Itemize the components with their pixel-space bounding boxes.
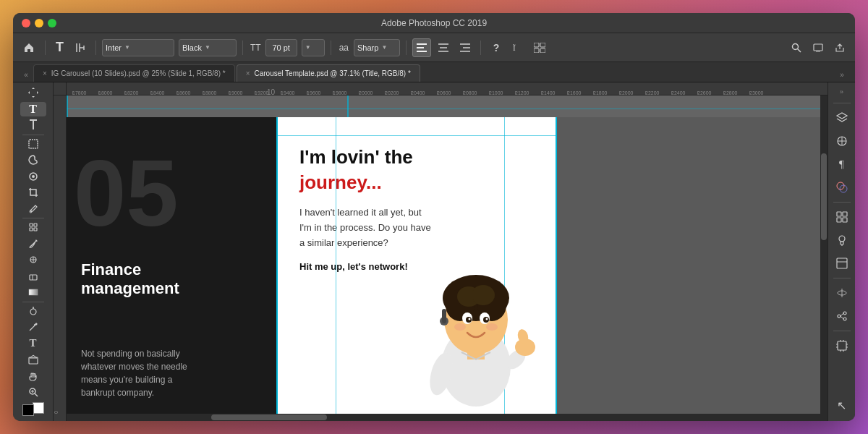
ruler-tick: 19600 xyxy=(307,90,333,95)
svg-point-57 xyxy=(454,323,466,331)
text-orient-button[interactable] xyxy=(71,38,90,58)
slide-title-line2: management xyxy=(81,279,269,298)
ruler-tick: 22000 xyxy=(619,90,645,95)
tab-carousel-template[interactable]: × Carousel Template.psd @ 37.1% (Title, … xyxy=(237,64,420,82)
move-tool[interactable] xyxy=(20,85,46,101)
layers-panel-button[interactable] xyxy=(832,108,852,128)
svg-point-56 xyxy=(486,318,488,320)
font-family-label: Inter xyxy=(106,43,122,52)
svg-rect-70 xyxy=(837,212,841,216)
background-color[interactable] xyxy=(33,402,44,414)
left-sep-2 xyxy=(22,218,44,218)
font-size-unit[interactable]: ▼ xyxy=(302,39,325,56)
canvas-area: 17800 18000 18200 18400 18600 18800 1900… xyxy=(54,82,827,421)
paragraph-panel-button[interactable]: ¶ xyxy=(832,154,852,174)
timeline-panel-button[interactable] xyxy=(832,306,852,326)
svg-rect-4 xyxy=(440,47,447,48)
svg-rect-11 xyxy=(540,43,545,47)
minimize-button[interactable] xyxy=(35,19,43,27)
brush-tool[interactable] xyxy=(20,236,46,251)
scrollbar-vertical[interactable] xyxy=(820,95,827,414)
warp-text-button[interactable]: ? xyxy=(487,38,506,57)
antialiasing-value: Sharp xyxy=(357,43,378,52)
ruler-tick: 19400 xyxy=(281,90,307,95)
svg-text:Ĩ: Ĩ xyxy=(513,43,516,52)
clone-stamp-tool[interactable] xyxy=(20,252,46,268)
home-button[interactable] xyxy=(19,38,39,58)
toolbar-sep-6 xyxy=(480,41,481,55)
svg-rect-26 xyxy=(30,228,33,231)
glyphs-button[interactable] xyxy=(530,38,549,57)
search-button[interactable] xyxy=(787,38,806,57)
character-illustration xyxy=(411,233,541,421)
align-center-button[interactable] xyxy=(434,38,453,57)
learn-panel-button[interactable] xyxy=(832,230,852,250)
svg-point-83 xyxy=(843,312,846,315)
3d-panel-button[interactable] xyxy=(832,283,852,303)
eraser-tool[interactable] xyxy=(20,269,46,284)
tab-scroll-left[interactable]: « xyxy=(19,67,33,82)
font-style-dropdown[interactable]: Black ▼ xyxy=(179,39,237,56)
maximize-button[interactable] xyxy=(48,19,56,27)
type-tool[interactable]: T xyxy=(20,102,46,117)
ruler-ticks: 17800 18000 18200 18400 18600 18800 1900… xyxy=(67,82,775,95)
shape-tool[interactable] xyxy=(20,352,46,367)
healing-brush-tool[interactable] xyxy=(20,220,46,235)
svg-rect-87 xyxy=(838,341,846,350)
scrollbar-horizontal[interactable] xyxy=(67,414,827,421)
svg-rect-25 xyxy=(34,224,37,226)
align-left-button[interactable] xyxy=(412,38,431,57)
gradient-tool[interactable] xyxy=(20,285,46,300)
guide-line-v1 xyxy=(336,117,336,421)
share-button[interactable] xyxy=(830,38,849,57)
canvas-content[interactable]: 05 Finance management Not spending on ba… xyxy=(67,95,827,421)
svg-line-15 xyxy=(798,48,801,52)
font-family-dropdown[interactable]: Inter ▼ xyxy=(102,39,174,56)
svg-rect-8 xyxy=(460,51,470,52)
svg-point-69 xyxy=(840,185,847,192)
svg-point-50 xyxy=(472,285,495,305)
tab-ig-carousel[interactable]: × IG Carousel (10 Slides).psd @ 25% (Sli… xyxy=(33,64,235,82)
svg-line-40 xyxy=(35,393,38,396)
properties-panel-button[interactable] xyxy=(832,253,852,273)
text-tool-bottom[interactable]: T xyxy=(20,336,46,351)
scrollbar-v-thumb[interactable] xyxy=(821,153,827,240)
foreground-color[interactable] xyxy=(22,404,34,416)
guide-line-h1 xyxy=(278,135,556,136)
antialiasing-dropdown[interactable]: Sharp ▼ xyxy=(354,39,400,56)
panels-collapse[interactable]: » xyxy=(840,88,843,95)
screen-mode-button[interactable] xyxy=(809,38,827,57)
zoom-tool[interactable] xyxy=(20,385,46,400)
crop-tool[interactable] xyxy=(20,185,46,200)
channels-panel-button[interactable] xyxy=(832,131,852,151)
quick-select-tool[interactable] xyxy=(20,169,46,184)
ruler-tick: 20000 xyxy=(359,90,385,95)
svg-point-14 xyxy=(793,43,799,49)
svg-point-82 xyxy=(838,315,841,318)
ruler-tick: 18200 xyxy=(124,90,150,95)
svg-line-86 xyxy=(841,316,843,319)
character-panel-button[interactable]: Ĩ xyxy=(509,38,527,57)
type-vertical-tool[interactable] xyxy=(20,118,46,133)
svg-rect-64 xyxy=(442,309,446,323)
pen-tool[interactable] xyxy=(20,320,46,335)
libraries-panel-button[interactable] xyxy=(832,207,852,227)
dodge-tool[interactable] xyxy=(20,303,46,318)
font-family-arrow: ▼ xyxy=(124,44,130,51)
text-type-button[interactable]: T xyxy=(51,38,68,58)
eyedropper-tool[interactable] xyxy=(20,202,46,217)
tab-close-2[interactable]: × xyxy=(246,69,250,77)
tab-scroll-right[interactable]: » xyxy=(835,67,849,82)
lasso-tool[interactable] xyxy=(20,153,46,168)
plugins-button[interactable] xyxy=(832,336,852,356)
color-swatches[interactable] xyxy=(21,403,46,415)
hand-tool[interactable] xyxy=(20,369,46,384)
align-right-button[interactable] xyxy=(456,38,475,57)
main-area: T xyxy=(13,82,855,421)
scrollbar-h-thumb[interactable] xyxy=(211,414,327,420)
close-button[interactable] xyxy=(22,19,30,27)
marquee-tool[interactable] xyxy=(20,136,46,151)
tab-close-1[interactable]: × xyxy=(43,69,47,77)
font-size-input[interactable] xyxy=(265,39,297,56)
color-panel-button[interactable] xyxy=(832,177,852,197)
